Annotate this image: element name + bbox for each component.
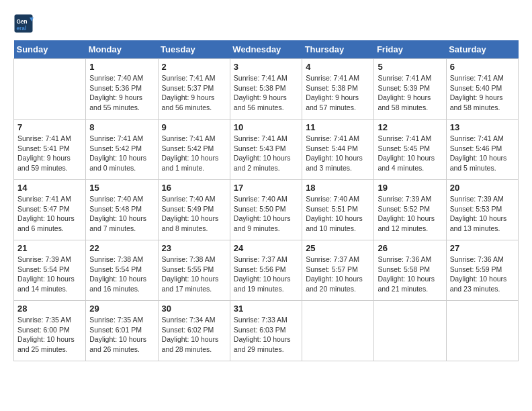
day-number: 17 (234, 183, 298, 193)
calendar-table: SundayMondayTuesdayWednesdayThursdayFrid… (13, 40, 519, 361)
calendar-cell (446, 301, 518, 361)
day-info: Sunrise: 7:38 AMSunset: 5:55 PMDaylight:… (162, 255, 226, 294)
day-number: 8 (89, 122, 154, 132)
day-info: Sunrise: 7:41 AMSunset: 5:43 PMDaylight:… (234, 134, 298, 173)
calendar-cell: 3Sunrise: 7:41 AMSunset: 5:38 PMDaylight… (230, 59, 302, 120)
day-number: 31 (234, 304, 298, 314)
calendar-cell: 21Sunrise: 7:39 AMSunset: 5:54 PMDayligh… (14, 240, 86, 301)
calendar-week-row: 7Sunrise: 7:41 AMSunset: 5:41 PMDaylight… (14, 120, 519, 180)
calendar-weekday-tuesday: Tuesday (158, 40, 230, 59)
calendar-cell: 2Sunrise: 7:41 AMSunset: 5:37 PMDaylight… (158, 59, 230, 120)
calendar-cell: 22Sunrise: 7:38 AMSunset: 5:54 PMDayligh… (86, 240, 158, 301)
calendar-cell: 29Sunrise: 7:35 AMSunset: 6:01 PMDayligh… (86, 301, 158, 361)
day-number: 3 (234, 62, 298, 72)
day-info: Sunrise: 7:41 AMSunset: 5:46 PMDaylight:… (450, 134, 515, 173)
day-number: 11 (306, 122, 370, 132)
calendar-cell: 28Sunrise: 7:35 AMSunset: 6:00 PMDayligh… (14, 301, 86, 361)
day-info: Sunrise: 7:41 AMSunset: 5:38 PMDaylight:… (234, 73, 298, 113)
day-number: 29 (89, 304, 154, 314)
day-info: Sunrise: 7:40 AMSunset: 5:48 PMDaylight:… (89, 194, 154, 234)
day-info: Sunrise: 7:38 AMSunset: 5:54 PMDaylight:… (89, 255, 154, 294)
day-number: 7 (17, 122, 82, 132)
day-info: Sunrise: 7:33 AMSunset: 6:03 PMDaylight:… (234, 315, 298, 355)
calendar-weekday-wednesday: Wednesday (230, 40, 302, 59)
day-info: Sunrise: 7:41 AMSunset: 5:44 PMDaylight:… (306, 134, 370, 173)
calendar-cell: 10Sunrise: 7:41 AMSunset: 5:43 PMDayligh… (230, 120, 302, 180)
calendar-weekday-sunday: Sunday (14, 40, 86, 59)
day-info: Sunrise: 7:34 AMSunset: 6:02 PMDaylight:… (162, 315, 226, 355)
day-info: Sunrise: 7:41 AMSunset: 5:40 PMDaylight:… (450, 73, 515, 113)
calendar-cell: 11Sunrise: 7:41 AMSunset: 5:44 PMDayligh… (302, 120, 374, 180)
calendar-cell: 8Sunrise: 7:41 AMSunset: 5:42 PMDaylight… (86, 120, 158, 180)
calendar-cell: 23Sunrise: 7:38 AMSunset: 5:55 PMDayligh… (158, 240, 230, 301)
calendar-cell: 30Sunrise: 7:34 AMSunset: 6:02 PMDayligh… (158, 301, 230, 361)
calendar-cell: 27Sunrise: 7:36 AMSunset: 5:59 PMDayligh… (446, 240, 518, 301)
day-number: 9 (162, 122, 226, 132)
day-info: Sunrise: 7:41 AMSunset: 5:47 PMDaylight:… (17, 194, 82, 234)
day-info: Sunrise: 7:40 AMSunset: 5:50 PMDaylight:… (234, 194, 298, 234)
calendar-weekday-saturday: Saturday (446, 40, 518, 59)
calendar-cell: 7Sunrise: 7:41 AMSunset: 5:41 PMDaylight… (14, 120, 86, 180)
calendar-weekday-thursday: Thursday (302, 40, 374, 59)
day-info: Sunrise: 7:40 AMSunset: 5:36 PMDaylight:… (89, 73, 154, 113)
day-number: 23 (162, 243, 226, 253)
day-info: Sunrise: 7:36 AMSunset: 5:59 PMDaylight:… (450, 255, 515, 294)
day-info: Sunrise: 7:39 AMSunset: 5:52 PMDaylight:… (378, 194, 442, 234)
day-info: Sunrise: 7:39 AMSunset: 5:53 PMDaylight:… (450, 194, 515, 234)
logo-icon: Gen eral (13, 13, 34, 34)
day-info: Sunrise: 7:35 AMSunset: 6:00 PMDaylight:… (17, 315, 82, 355)
calendar-cell: 16Sunrise: 7:40 AMSunset: 5:49 PMDayligh… (158, 180, 230, 240)
day-number: 2 (162, 62, 226, 72)
day-info: Sunrise: 7:41 AMSunset: 5:42 PMDaylight:… (89, 134, 154, 173)
logo: Gen eral (13, 13, 36, 34)
day-info: Sunrise: 7:41 AMSunset: 5:41 PMDaylight:… (17, 134, 82, 173)
calendar-cell: 17Sunrise: 7:40 AMSunset: 5:50 PMDayligh… (230, 180, 302, 240)
calendar-cell: 20Sunrise: 7:39 AMSunset: 5:53 PMDayligh… (446, 180, 518, 240)
day-info: Sunrise: 7:41 AMSunset: 5:39 PMDaylight:… (378, 73, 442, 113)
svg-text:eral: eral (17, 26, 27, 32)
calendar-cell: 18Sunrise: 7:40 AMSunset: 5:51 PMDayligh… (302, 180, 374, 240)
day-number: 13 (450, 122, 515, 132)
day-info: Sunrise: 7:37 AMSunset: 5:56 PMDaylight:… (234, 255, 298, 294)
day-number: 19 (378, 183, 442, 193)
calendar-cell (14, 59, 86, 120)
day-info: Sunrise: 7:36 AMSunset: 5:58 PMDaylight:… (378, 255, 442, 294)
calendar-cell: 4Sunrise: 7:41 AMSunset: 5:38 PMDaylight… (302, 59, 374, 120)
calendar-cell: 1Sunrise: 7:40 AMSunset: 5:36 PMDaylight… (86, 59, 158, 120)
day-number: 26 (378, 243, 442, 253)
calendar-cell: 31Sunrise: 7:33 AMSunset: 6:03 PMDayligh… (230, 301, 302, 361)
calendar-weekday-monday: Monday (86, 40, 158, 59)
day-number: 14 (17, 183, 82, 193)
day-number: 22 (89, 243, 154, 253)
calendar-cell: 12Sunrise: 7:41 AMSunset: 5:45 PMDayligh… (374, 120, 446, 180)
day-number: 5 (378, 62, 442, 72)
calendar-cell: 25Sunrise: 7:37 AMSunset: 5:57 PMDayligh… (302, 240, 374, 301)
day-info: Sunrise: 7:37 AMSunset: 5:57 PMDaylight:… (306, 255, 370, 294)
page-header: Gen eral (13, 13, 519, 34)
day-number: 30 (162, 304, 226, 314)
calendar-week-row: 21Sunrise: 7:39 AMSunset: 5:54 PMDayligh… (14, 240, 519, 301)
day-number: 6 (450, 62, 515, 72)
day-number: 12 (378, 122, 442, 132)
day-info: Sunrise: 7:41 AMSunset: 5:42 PMDaylight:… (162, 134, 226, 173)
calendar-cell: 9Sunrise: 7:41 AMSunset: 5:42 PMDaylight… (158, 120, 230, 180)
day-number: 18 (306, 183, 370, 193)
calendar-cell: 14Sunrise: 7:41 AMSunset: 5:47 PMDayligh… (14, 180, 86, 240)
calendar-week-row: 28Sunrise: 7:35 AMSunset: 6:00 PMDayligh… (14, 301, 519, 361)
day-number: 10 (234, 122, 298, 132)
calendar-cell: 19Sunrise: 7:39 AMSunset: 5:52 PMDayligh… (374, 180, 446, 240)
calendar-week-row: 14Sunrise: 7:41 AMSunset: 5:47 PMDayligh… (14, 180, 519, 240)
day-number: 16 (162, 183, 226, 193)
calendar-cell (302, 301, 374, 361)
calendar-cell: 24Sunrise: 7:37 AMSunset: 5:56 PMDayligh… (230, 240, 302, 301)
calendar-cell (374, 301, 446, 361)
day-info: Sunrise: 7:40 AMSunset: 5:51 PMDaylight:… (306, 194, 370, 234)
calendar-cell: 6Sunrise: 7:41 AMSunset: 5:40 PMDaylight… (446, 59, 518, 120)
calendar-cell: 15Sunrise: 7:40 AMSunset: 5:48 PMDayligh… (86, 180, 158, 240)
day-number: 21 (17, 243, 82, 253)
day-info: Sunrise: 7:39 AMSunset: 5:54 PMDaylight:… (17, 255, 82, 294)
calendar-cell: 26Sunrise: 7:36 AMSunset: 5:58 PMDayligh… (374, 240, 446, 301)
calendar-week-row: 1Sunrise: 7:40 AMSunset: 5:36 PMDaylight… (14, 59, 519, 120)
day-number: 15 (89, 183, 154, 193)
calendar-header-row: SundayMondayTuesdayWednesdayThursdayFrid… (14, 40, 519, 59)
